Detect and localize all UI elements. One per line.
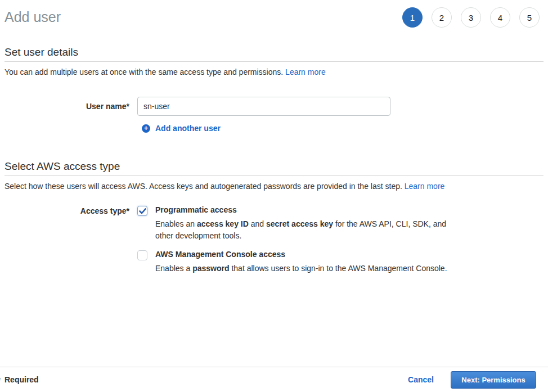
- desc-segment: Enables an: [155, 219, 197, 228]
- page-header: Add user 12345: [0, 0, 548, 28]
- user-name-input[interactable]: [137, 97, 390, 116]
- option-title: Programmatic access: [155, 205, 450, 215]
- user-name-field-wrap: [137, 97, 390, 116]
- step-indicator: 12345: [402, 7, 540, 28]
- checkmark-icon: [139, 208, 146, 214]
- access-type-description-text: Select how these users will access AWS. …: [5, 182, 402, 191]
- access-type-label: Access type*: [0, 205, 129, 274]
- option-title: AWS Management Console access: [155, 250, 447, 259]
- user-name-row: User name*: [0, 97, 548, 116]
- user-details-description: You can add multiple users at once with …: [5, 67, 543, 76]
- required-label: Required: [5, 375, 39, 384]
- required-note: * Required: [5, 375, 39, 384]
- option-body: AWS Management Console accessEnables a p…: [155, 250, 447, 274]
- section-heading-access-type: Select AWS access type: [5, 160, 543, 176]
- desc-segment: access key ID: [197, 219, 249, 228]
- page-title: Add user: [5, 7, 61, 27]
- step-circle-5: 5: [519, 7, 540, 28]
- step-circle-3: 3: [461, 7, 481, 28]
- step-circle-1: 1: [402, 7, 423, 28]
- option-description: Enables an access key ID and secret acce…: [155, 218, 450, 242]
- programmatic-access-checkbox[interactable]: [137, 206, 147, 216]
- access-type-options: Programmatic accessEnables an access key…: [137, 205, 450, 274]
- section-heading-user-details: Set user details: [5, 46, 543, 62]
- learn-more-link-access-type[interactable]: Learn more: [405, 182, 445, 191]
- user-details-description-text: You can add multiple users at once with …: [5, 67, 283, 76]
- learn-more-link-user-details[interactable]: Learn more: [285, 67, 326, 76]
- desc-segment: and: [249, 219, 266, 228]
- required-asterisk: *: [0, 376, 1, 385]
- step-circle-2: 2: [432, 7, 452, 28]
- user-name-label: User name*: [0, 97, 129, 116]
- aws-management-console-access-checkbox[interactable]: [137, 250, 147, 260]
- add-another-user-label: Add another user: [155, 124, 221, 133]
- desc-segment: that allows users to sign-in to the AWS …: [230, 264, 447, 273]
- access-type-row: Access type* Programmatic accessEnables …: [0, 205, 548, 274]
- option-description: Enables a password that allows users to …: [155, 263, 447, 274]
- step-circle-4: 4: [490, 7, 510, 28]
- desc-segment: Enables a: [155, 264, 192, 273]
- cancel-button[interactable]: Cancel: [408, 375, 434, 384]
- footer-bar: * Required Cancel Next: Permissions: [0, 367, 548, 392]
- access-type-description: Select how these users will access AWS. …: [5, 182, 543, 191]
- next-permissions-button[interactable]: Next: Permissions: [451, 371, 536, 389]
- access-option-programmatic-access: Programmatic accessEnables an access key…: [137, 205, 450, 242]
- footer-actions: Cancel Next: Permissions: [408, 371, 536, 389]
- access-option-aws-management-console-access: AWS Management Console accessEnables a p…: [137, 250, 450, 274]
- option-body: Programmatic accessEnables an access key…: [155, 205, 450, 242]
- plus-circle-icon: +: [142, 124, 150, 133]
- desc-segment: password: [192, 264, 229, 273]
- desc-segment: secret access key: [266, 219, 333, 228]
- add-another-user-button[interactable]: + Add another user: [142, 124, 221, 133]
